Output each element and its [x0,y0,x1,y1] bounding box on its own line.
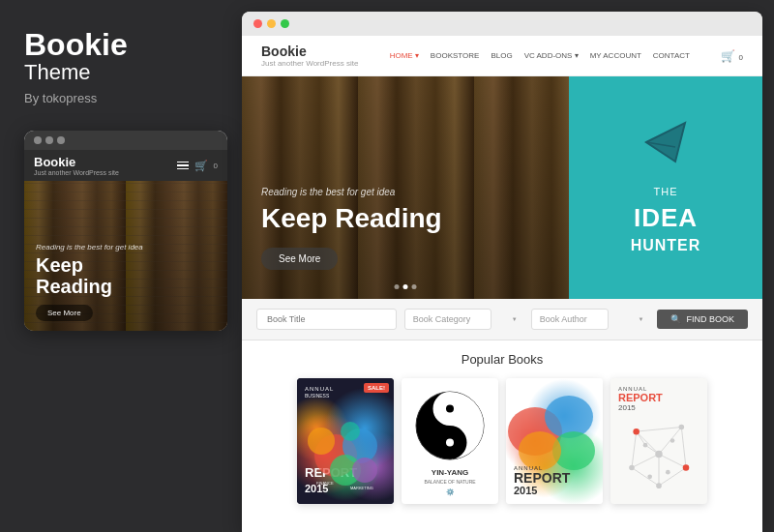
book-category-wrapper: Book Category [404,309,523,330]
mobile-brand-name: Bookie [34,155,119,169]
nav-blog[interactable]: BLOG [491,51,512,60]
book-card-2[interactable]: YIN-YANG BALANCE OF NATURE ⚙️ [402,378,498,504]
book1-circles-bg: BUSINESS MARKETING FINANCE [297,378,394,504]
yin-yang-svg [402,387,498,464]
svg-text:BUSINESS: BUSINESS [305,393,330,399]
book-author-select[interactable]: Book Author [531,309,609,330]
popular-section: Popular Books SALE! ANNUAL REPORT 2015 [242,340,762,516]
mobile-dot-2 [45,136,53,144]
brand-theme: Theme [24,60,90,85]
browser-dot-green [281,19,289,28]
brand-title: Bookie [24,29,128,60]
svg-line-26 [637,428,682,432]
mobile-brand-sub: Just another WordPress site [34,169,119,176]
hamburger-icon[interactable] [177,162,189,170]
svg-line-27 [632,431,637,467]
hero-italic-text: Reading is the best for get idea [261,187,442,197]
svg-text:FINANCE: FINANCE [316,481,334,486]
mobile-reading-italic: Reading is the best for get idea [36,243,216,251]
hero-dot-3 [412,284,417,289]
mobile-mockup: Bookie Just another WordPress site 🛒 0 R… [24,131,227,331]
book3-year: 2015 [514,485,595,496]
browser-content: Bookie Just another WordPress site HOME … [242,36,762,532]
popular-title: Popular Books [256,352,748,367]
mobile-cart-count: 0 [214,162,218,170]
mobile-nav-icons: 🛒 0 [177,160,218,172]
svg-line-23 [632,455,659,468]
mobile-hero: Reading is the best for get idea KeepRea… [24,181,227,331]
network-svg [618,412,700,496]
svg-point-15 [446,404,454,412]
browser-dot-yellow [267,19,276,28]
brand-by: By tokopress [24,91,97,105]
book4-year: 2015 [618,403,700,412]
site-logo-sub: Just another WordPress site [261,59,358,68]
site-logo-title: Bookie [261,44,358,59]
book-card-1[interactable]: SALE! ANNUAL REPORT 2015 BUSINESS [297,378,394,504]
hero-dot-1 [395,284,400,289]
svg-point-41 [666,470,670,475]
cart-icon[interactable]: 🛒 0 [721,49,743,63]
svg-point-42 [647,475,652,480]
svg-text:MARKETING: MARKETING [350,486,373,490]
mobile-cart-icon[interactable]: 🛒 [194,160,208,172]
site-logo-area: Bookie Just another WordPress site [261,44,358,68]
browser-top-bar [242,12,762,36]
svg-point-16 [446,438,454,446]
nav-my-account[interactable]: MY ACCOUNT [590,51,641,60]
nav-home[interactable]: HOME ▾ [390,51,419,60]
svg-line-29 [632,468,659,487]
mobile-dot-3 [57,136,65,144]
book-card-3[interactable]: ANNUAL REPORT 2015 [506,378,603,504]
svg-point-20 [519,431,561,470]
mobile-top-bar [24,131,227,150]
book3-report: REPORT [514,471,595,485]
hero-main-title: Keep Reading [261,203,442,234]
hero-dots [395,284,417,289]
book4-report: REPORT [618,392,700,403]
search-bar: Book Category Book Author 🔍 FIND BOOK [242,299,762,340]
svg-point-33 [655,451,662,458]
book2-subtitle: BALANCE OF NATURE [424,479,475,485]
browser-dot-red [253,19,262,28]
hero-section: Reading is the best for get idea Keep Re… [242,76,762,299]
book-title-input[interactable] [256,309,397,330]
mobile-dot-1 [34,136,42,144]
hero-book-title: THE IDEA HUNTER [631,185,701,256]
site-nav: HOME ▾ BOOKSTORE BLOG VC ADD-ONS ▾ MY AC… [390,51,690,60]
nav-bookstore[interactable]: BOOKSTORE [431,51,480,60]
svg-line-22 [659,428,681,455]
svg-point-34 [633,429,640,435]
hero-left: Reading is the best for get idea Keep Re… [242,76,569,299]
mobile-see-more-button[interactable]: See More [36,305,93,321]
book-author-wrapper: Book Author [531,309,650,330]
svg-point-18 [545,396,593,438]
books-grid: SALE! ANNUAL REPORT 2015 BUSINESS [256,378,748,504]
svg-point-8 [341,422,360,441]
mobile-brand-area: Bookie Just another WordPress site [34,155,119,176]
find-book-label: FIND BOOK [686,314,734,324]
svg-point-35 [679,425,685,430]
hero-overlay: Reading is the best for get idea Keep Re… [261,187,442,270]
svg-line-21 [637,431,659,454]
mobile-keep-reading: KeepReading [36,254,216,297]
search-icon: 🔍 [670,314,681,324]
svg-point-38 [656,483,662,488]
svg-point-7 [352,458,377,483]
mobile-nav: Bookie Just another WordPress site 🛒 0 [24,150,227,181]
svg-point-36 [629,465,635,471]
hero-dot-2 [403,284,408,289]
browser-mockup: Bookie Just another WordPress site HOME … [242,12,762,532]
left-panel: Bookie Theme By tokopress Bookie Just an… [0,0,242,532]
nav-contact[interactable]: CONTACT [653,51,690,60]
book-card-4[interactable]: ANNUAL REPORT 2015 [610,378,707,504]
hero-right: THE IDEA HUNTER [569,76,762,299]
svg-point-40 [670,438,675,443]
svg-point-39 [643,443,648,448]
svg-point-37 [683,464,690,471]
book-category-select[interactable]: Book Category [404,309,491,330]
hero-see-more-button[interactable]: See More [261,248,338,270]
site-header: Bookie Just another WordPress site HOME … [242,36,762,76]
nav-vc-addons[interactable]: VC ADD-ONS ▾ [524,51,579,60]
find-book-button[interactable]: 🔍 FIND BOOK [657,310,748,329]
